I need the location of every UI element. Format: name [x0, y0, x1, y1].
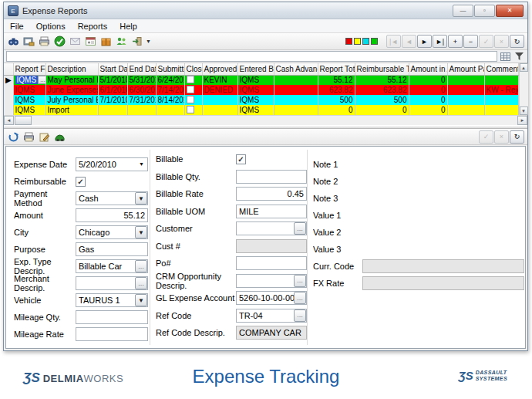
header-amount-in-ap[interactable]: Amount in AP [409, 63, 447, 75]
cell-start-date[interactable]: 5/1/2010 [98, 75, 127, 85]
chevron-down-icon[interactable]: ▼ [135, 226, 147, 238]
cell-end-date[interactable] [127, 105, 156, 115]
cell-cash-advanced[interactable] [274, 85, 318, 95]
table-row[interactable]: IQMS June Expenses 6/1/2010 6/30/2010 7/… [4, 85, 518, 95]
cell-cash-advanced[interactable] [274, 95, 318, 105]
reimbursable-checkbox[interactable]: ✓ [76, 177, 86, 187]
cell-cash-advanced[interactable] [274, 105, 318, 115]
scroll-up-icon[interactable]: ▲ [520, 63, 528, 72]
cell-closed[interactable] [184, 75, 202, 85]
cell-end-date[interactable]: 7/31/2010 [127, 95, 156, 105]
cell-comment[interactable]: KW - Rejec [484, 85, 518, 95]
chevron-down-icon[interactable]: ▼ [139, 161, 144, 167]
cell-amount-paid[interactable] [447, 75, 484, 85]
users-icon[interactable] [115, 36, 128, 48]
header-report-for[interactable]: Report For [13, 63, 45, 75]
cell-comment[interactable] [484, 105, 518, 115]
grid-horizontal-scrollbar[interactable]: ◄ ► [4, 115, 527, 125]
grid-vertical-scrollbar[interactable]: ▲ ▼ [519, 63, 528, 115]
mileage-rate-input[interactable] [76, 327, 148, 341]
cell-amount-paid[interactable] [447, 85, 484, 95]
scroll-down-icon[interactable]: ▼ [520, 107, 528, 115]
ellipsis-lookup-icon[interactable]: … [135, 277, 147, 289]
mileage-rate-field[interactable] [76, 327, 148, 341]
header-start-date[interactable]: Start Date [98, 63, 127, 75]
table-row[interactable]: IQMS Import IQMS 0 0 0 [4, 105, 518, 115]
cell-amount-in-ap[interactable]: 0 [409, 95, 447, 105]
ellipsis-lookup-icon[interactable]: … [135, 260, 147, 272]
title-bar[interactable]: E Expense Reports — ▫ ✕ [4, 2, 527, 19]
contacts-icon[interactable] [84, 36, 97, 48]
billable-rate-input[interactable] [236, 187, 307, 201]
menu-reports[interactable]: Reports [72, 19, 114, 32]
city-field[interactable]: ▼ [76, 225, 148, 239]
edit-note-icon[interactable] [38, 130, 51, 143]
header-amount-paid[interactable]: Amount Paid [447, 63, 484, 75]
header-reimbursable-total[interactable]: Reimbursable Total [355, 63, 409, 75]
cell-entered-by[interactable]: IQMS [237, 95, 274, 105]
lookup-ellipsis-button[interactable]: … [38, 76, 45, 84]
nav-cancel-button[interactable]: × [494, 35, 509, 48]
close-button[interactable]: ✕ [496, 5, 524, 17]
expense-date-field[interactable]: ▼ [76, 157, 148, 171]
po-number-input[interactable] [236, 256, 307, 270]
header-closed[interactable]: Closed [184, 63, 202, 75]
cell-end-date[interactable]: 6/30/2010 [127, 85, 156, 95]
purpose-input[interactable] [76, 242, 148, 256]
scroll-right-icon[interactable]: ► [517, 116, 527, 125]
detail-refresh-button[interactable]: ↻ [510, 130, 524, 144]
nav-next-button[interactable]: ► [417, 35, 432, 48]
header-comment[interactable]: Comment [484, 63, 518, 75]
maximize-button[interactable]: ▫ [474, 5, 495, 17]
crm-opportunity-field[interactable]: … [236, 274, 307, 288]
jump-icon[interactable] [53, 130, 66, 143]
cell-amount-paid[interactable] [447, 105, 484, 115]
cell-report-total[interactable]: 0 [318, 105, 355, 115]
chevron-down-icon[interactable]: ▼ [135, 192, 147, 205]
nav-insert-button[interactable]: + [448, 35, 463, 48]
filter-funnel-icon[interactable] [513, 51, 525, 62]
mileage-qty-input[interactable] [76, 310, 148, 324]
cell-report-for[interactable]: IQMS [13, 85, 45, 95]
header-approved-by[interactable]: Approved By [202, 63, 237, 75]
cell-approved-by[interactable]: KEVIN [202, 75, 237, 85]
cell-description[interactable]: July Personal Exper [45, 95, 98, 105]
vehicle-field[interactable]: ▼ [76, 293, 148, 307]
minimize-button[interactable]: — [453, 5, 473, 17]
exp-type-descrip-field[interactable]: … [76, 259, 148, 273]
nav-delete-button[interactable]: − [463, 35, 478, 48]
billable-qty-input[interactable] [236, 170, 307, 184]
cell-amount-paid[interactable] [447, 95, 484, 105]
customer-field[interactable]: … [236, 221, 307, 235]
nav-edit-button[interactable]: ✓ [479, 35, 493, 48]
cell-reimbursable-total[interactable]: 500 [355, 95, 409, 105]
billable-uom-input[interactable] [236, 205, 307, 218]
cell-closed[interactable] [184, 95, 202, 105]
gl-expense-account-field[interactable]: … [236, 291, 307, 305]
cell-amount-in-ap[interactable]: 0 [409, 105, 447, 115]
cell-approved-by[interactable]: DENIED [202, 85, 237, 95]
closed-checkbox[interactable] [187, 86, 194, 93]
cell-description[interactable]: June Expenses [45, 85, 98, 95]
print-record-icon[interactable] [22, 130, 35, 143]
detail-post-button[interactable]: ✓ [479, 130, 493, 144]
cell-submitted[interactable]: 8/14/2010 [156, 95, 184, 105]
header-report-total[interactable]: Report Total [318, 63, 355, 75]
billable-checkbox[interactable]: ✓ [236, 154, 246, 164]
table-row[interactable]: IQMS July Personal Exper 7/1/2010 7/31/2… [4, 95, 518, 105]
ellipsis-lookup-icon[interactable]: … [294, 309, 306, 322]
closed-checkbox[interactable] [187, 96, 194, 103]
cell-comment[interactable] [484, 75, 518, 85]
nav-last-button[interactable]: ►| [433, 35, 447, 48]
header-end-date[interactable]: End Date [127, 63, 156, 75]
scroll-left-icon[interactable]: ◄ [4, 116, 14, 125]
cell-entered-by[interactable]: IQMS [237, 85, 274, 95]
cell-cash-advanced[interactable] [274, 75, 318, 85]
cell-report-total[interactable]: 623.82 [318, 85, 355, 95]
grid-columns-icon[interactable] [499, 51, 511, 62]
email-icon[interactable] [69, 36, 82, 48]
filter-input[interactable] [6, 51, 497, 62]
chevron-down-icon[interactable]: ▼ [135, 294, 147, 306]
purpose-field[interactable] [76, 242, 148, 256]
cell-entered-by[interactable]: IQMS [237, 105, 274, 115]
